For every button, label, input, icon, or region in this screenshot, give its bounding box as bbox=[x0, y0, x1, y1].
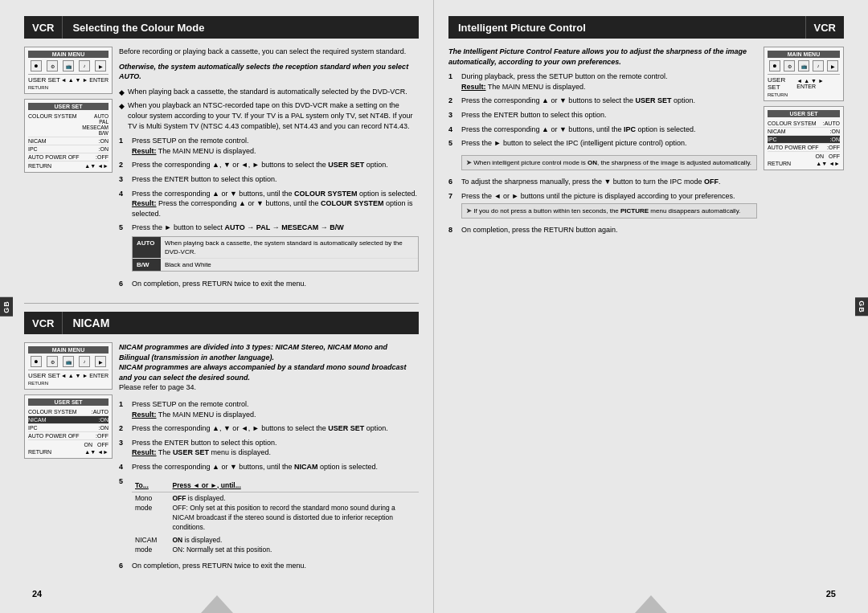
nicam-mode-table: To... Press ◄ or ►, until... Mono mode O… bbox=[132, 480, 419, 557]
nicam-user-set-screen: USER SET COLOUR SYSTEM :AUTO NICAM :ON I… bbox=[24, 394, 113, 459]
ipc-step-3: 3 Press the ENTER button to select this … bbox=[448, 110, 757, 121]
nicam-header: VCR NICAM bbox=[24, 312, 419, 334]
ipc-intro: The Intelligent Picture Control Feature … bbox=[448, 47, 757, 67]
ipc-arrows-footer: ▲▼ ◄► bbox=[816, 161, 840, 166]
ipc-icon-4: ♪ bbox=[813, 60, 824, 72]
ipc-content-6b: To adjust the sharpness manually, press … bbox=[461, 177, 757, 187]
ipc-note-2: ➤ If you do not press a button within te… bbox=[461, 203, 757, 219]
step-num-6: 6 bbox=[119, 279, 127, 289]
step-content-4: Press the corresponding ▲ or ▼ buttons, … bbox=[132, 189, 419, 219]
ipc-num-5: 5 bbox=[448, 138, 457, 149]
bullet-text-1: When playing back a cassette, the standa… bbox=[128, 87, 407, 98]
mono-mode-desc: OFF is displayed.OFF: Only set at this p… bbox=[170, 492, 420, 534]
ipc-num-3: 3 bbox=[448, 110, 457, 121]
ipc-num-4: 4 bbox=[448, 125, 457, 135]
nicam-side-options: ON OFF bbox=[28, 440, 108, 447]
nicam-step-4: 4 Press the corresponding ▲ or ▼ buttons… bbox=[119, 462, 419, 472]
ns-num-5: 5 bbox=[119, 476, 127, 557]
ns-num-4: 4 bbox=[119, 462, 127, 472]
return-label: RETURN bbox=[28, 84, 108, 90]
ns-result-1: Result: The MAIN MENU is displayed. bbox=[132, 411, 256, 419]
ipc-num-6b: 6 bbox=[448, 177, 457, 187]
nicam-steps: 1 Press SETUP on the remote control. Res… bbox=[119, 399, 419, 570]
ipc-intro-italic: The Intelligent Picture Control Feature … bbox=[448, 47, 747, 66]
ipc-user-set-label: USER SET bbox=[768, 76, 796, 91]
user-set-screen: USER SET COLOUR SYSTEM AUTO PAL MESECAM … bbox=[24, 99, 113, 173]
colour-label: COLOUR SYSTEM bbox=[28, 113, 77, 136]
nicam-step-1: 1 Press SETUP on the remote control. Res… bbox=[119, 399, 419, 419]
ipc-power-label: AUTO POWER OFF bbox=[768, 145, 819, 150]
ipc-num-6 bbox=[448, 153, 457, 173]
ipc-content-8: On completion, press the RETURN button a… bbox=[461, 225, 757, 235]
user-set-title: USER SET bbox=[28, 103, 108, 110]
icon-tv: 📺 bbox=[63, 60, 74, 72]
nicam-intro-1: NICAM programmes are divided into 3 type… bbox=[119, 343, 387, 362]
ipc-step-6: ➤ When intelligent picture control mode … bbox=[448, 153, 757, 173]
n-power-val: :OFF bbox=[96, 433, 108, 439]
page-number-left: 24 bbox=[32, 589, 42, 599]
nicam-nav: ◄ ▲ ▼ ► ENTER bbox=[61, 373, 108, 378]
right-page: GB VCR Intelligent Picture Control The I… bbox=[434, 0, 868, 613]
ipc-step-1: 1 During playback, press the SETUP butto… bbox=[448, 72, 757, 92]
ipc-steps: 1 During playback, press the SETUP butto… bbox=[448, 72, 757, 235]
step-num-1: 1 bbox=[119, 136, 127, 156]
step-num-5: 5 bbox=[119, 223, 127, 275]
ipc-nicam-label: NICAM bbox=[768, 129, 786, 134]
main-menu-title: MAIN MENU bbox=[28, 51, 108, 58]
ipc-content-3: Press the ENTER button to select this op… bbox=[461, 110, 757, 121]
ns-num-1: 1 bbox=[119, 399, 127, 419]
ipc-row-nicam: NICAM :ON bbox=[768, 128, 840, 136]
ns-content-6: On completion, press RETURN twice to exi… bbox=[132, 561, 419, 571]
nicam-title: NICAM bbox=[63, 317, 119, 329]
ipc-return: RETURN bbox=[768, 91, 840, 97]
vcr-tag-nicam: VCR bbox=[24, 312, 63, 334]
step-content-5: Press the ► button to select AUTO → PAL … bbox=[132, 223, 419, 275]
intro-line1: Before recording or playing back a casse… bbox=[119, 47, 419, 57]
ipc-nicam-val: :ON bbox=[830, 129, 840, 134]
step-2: 2 Press the corresponding ▲, ▼ or ◄, ► b… bbox=[119, 160, 419, 170]
ipc-row-ipc: IPC :ON bbox=[768, 136, 840, 144]
colour-steps: 1 Press SETUP on the remote control. Res… bbox=[119, 136, 419, 289]
ipc-user-set-title: USER SET bbox=[768, 110, 840, 117]
ns-num-2: 2 bbox=[119, 423, 127, 434]
nicam-step-5: 5 To... Press ◄ or ►, until... bbox=[119, 476, 419, 557]
menu-row-ipc: IPC :ON bbox=[28, 145, 108, 153]
ipc-result-1: Result: The MAIN MENU is displayed. bbox=[461, 83, 585, 91]
ns-user-set: USER SET bbox=[328, 424, 364, 432]
n-colour-val: :AUTO bbox=[92, 409, 108, 415]
main-menu-icons: ⏺ ⚙ 📺 ♪ ▶ bbox=[28, 60, 108, 72]
step-5: 5 Press the ► button to select AUTO → PA… bbox=[119, 223, 419, 275]
nicam-user-set-label: USER SET bbox=[28, 372, 60, 379]
ns-result-3: Result: The USER SET menu is displayed. bbox=[132, 448, 271, 456]
ipc-step-4: 4 Press the corresponding ▲ or ▼ buttons… bbox=[448, 125, 757, 135]
ipc-opt-on: ON bbox=[816, 153, 825, 159]
mono-mode-label: Mono mode bbox=[132, 492, 170, 534]
page-corner-right bbox=[635, 595, 667, 613]
nicam-text: NICAM programmes are divided into 3 type… bbox=[119, 342, 419, 574]
ipc-return-footer: RETURN bbox=[768, 161, 791, 166]
step-content-3: Press the ENTER button to select this op… bbox=[132, 174, 419, 185]
colour-options: AUTO PAL MESECAM B/W bbox=[82, 113, 108, 136]
colour-mode-title: Selecting the Colour Mode bbox=[63, 22, 419, 34]
n-icon-5: ▶ bbox=[95, 356, 106, 367]
ipc-step-6b: 6 To adjust the sharpness manually, pres… bbox=[448, 177, 757, 187]
nicam-main-title: MAIN MENU bbox=[28, 346, 108, 353]
opt-mesecam: MESECAM bbox=[82, 125, 108, 130]
icon-play: ▶ bbox=[95, 60, 106, 72]
nicam-table-row-mono: Mono mode OFF is displayed.OFF: Only set… bbox=[132, 492, 419, 534]
vcr-tag-ipc: VCR bbox=[805, 16, 844, 39]
nicam-menu-footer: RETURN ▲▼ ◄► bbox=[28, 447, 108, 455]
step-1: 1 Press SETUP on the remote control. Res… bbox=[119, 136, 419, 156]
ipc-main-icons: ⏺ ⚙ 📺 ♪ ▶ bbox=[768, 60, 840, 72]
nicam-col-to: To... bbox=[132, 480, 170, 492]
ns-nicam-bold: NICAM bbox=[294, 463, 318, 471]
n-icon-4: ♪ bbox=[79, 356, 90, 367]
ipc-colour-val: :AUTO bbox=[823, 121, 840, 126]
auto-code: AUTO bbox=[133, 237, 161, 258]
ipc-step-7: 7 Press the ◄ or ► buttons until the pic… bbox=[448, 191, 757, 222]
page-corner-left bbox=[201, 595, 233, 613]
ipc-bold: IPC bbox=[624, 125, 636, 133]
nicam-mode-desc: ON is displayed.ON: Normally set at this… bbox=[170, 534, 420, 557]
step-content-2: Press the corresponding ▲, ▼ or ◄, ► but… bbox=[132, 160, 419, 170]
nicam-intro-3: Please refer to page 34. bbox=[119, 383, 196, 391]
